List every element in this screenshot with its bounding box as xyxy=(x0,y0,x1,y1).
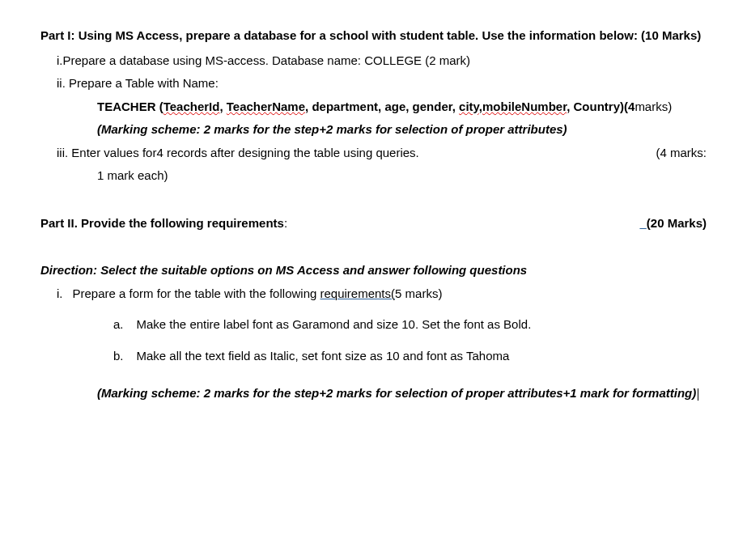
part2-sub-b: b. Make all the text field as Italic, se… xyxy=(40,345,707,368)
part2-scheme-text: (Marking scheme: 2 marks for the step+2 … xyxy=(97,386,696,400)
teacher-comma2: , department, age, gender, xyxy=(305,100,459,113)
part2-a-marker: a. xyxy=(113,313,124,337)
part2-item-i: i. Prepare a form for the table with the… xyxy=(40,282,707,306)
part2-colon: : xyxy=(284,216,287,230)
part2-i-marker: i. xyxy=(57,282,63,306)
part2-heading-text: Part II. Provide the following requireme… xyxy=(40,216,284,230)
part2-marks: (20 Marks) xyxy=(647,216,707,230)
teacher-id: TeacherId xyxy=(163,100,220,113)
part2-heading-left: Part II. Provide the following requireme… xyxy=(40,212,287,235)
part1-teacher-line: TEACHER (TeacherId, TeacherName, departm… xyxy=(40,95,707,119)
part2-i-requirements: requirements( xyxy=(320,286,396,300)
teacher-comma1: , xyxy=(219,100,226,113)
part2-heading-right: (20 Marks) xyxy=(639,212,707,235)
teacher-lead: TEACHER ( xyxy=(97,100,163,113)
teacher-marks-text: marks) xyxy=(635,100,672,113)
part2-b-marker: b. xyxy=(113,345,124,368)
part2-i-content: Prepare a form for the table with the fo… xyxy=(73,282,707,306)
teacher-city: city xyxy=(459,100,479,113)
part1-heading: Part I: Using MS Access, prepare a datab… xyxy=(40,24,707,48)
part1-item-ii: ii. Prepare a Table with Name: xyxy=(40,72,707,95)
teacher-comma4: , Country)(4 xyxy=(567,100,635,113)
part2-scheme: (Marking scheme: 2 marks for the step+2 … xyxy=(40,382,707,405)
part2-i-text-b: 5 marks) xyxy=(395,286,442,300)
teacher-mobile: mobileNumber xyxy=(482,100,567,113)
part2-sub-a: a. Make the entire label font as Garamon… xyxy=(40,313,707,337)
part2-direction: Direction: Select the suitable options o… xyxy=(40,259,707,282)
part1-iii-left: iii. Enter values for4 records after des… xyxy=(57,142,419,165)
part1-item-iii: iii. Enter values for4 records after des… xyxy=(40,142,707,165)
part2-i-text-a: Prepare a form for the table with the fo… xyxy=(73,286,320,300)
text-cursor xyxy=(698,388,698,401)
part2-heading-row: Part II. Provide the following requireme… xyxy=(40,212,707,235)
part1-iii-right: (4 marks: xyxy=(656,142,707,165)
part2-b-text: Make all the text field as Italic, set f… xyxy=(137,345,510,368)
teacher-name: TeacherName xyxy=(227,100,305,113)
blue-tab-marker xyxy=(639,216,646,230)
part1-scheme: (Marking scheme: 2 marks for the step+2 … xyxy=(40,118,707,142)
part1-iii-cont: 1 mark each) xyxy=(40,164,707,188)
part2-a-text: Make the entire label font as Garamond a… xyxy=(137,313,532,337)
part1-item-i: i.Prepare a database using MS-access. Da… xyxy=(40,49,707,73)
